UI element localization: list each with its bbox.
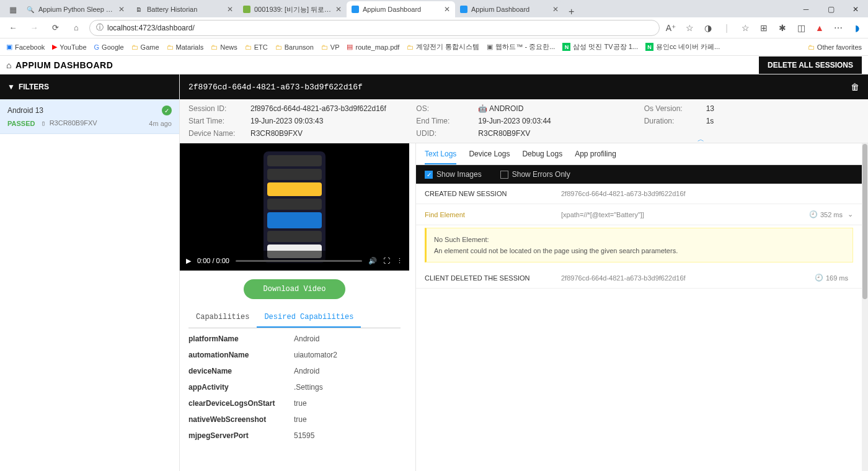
extension-icon[interactable]: ◫	[795, 22, 807, 34]
info-icon: ⓘ	[96, 22, 104, 33]
close-icon[interactable]: ✕	[227, 5, 233, 14]
device-name-small: ▯ R3CR80B9FXV	[41, 119, 97, 127]
android-icon: 🤖	[478, 104, 487, 113]
tab-capabilities[interactable]: Capabilities	[188, 308, 257, 328]
bookmark-materials[interactable]: 🗀Matarials	[167, 43, 204, 51]
delete-all-sessions-button[interactable]: DELETE ALL SESSIONS	[759, 56, 862, 74]
filters-header[interactable]: ▼FILTERS	[0, 74, 179, 99]
address-bar: ← → ⟳ ⌂ ⓘlocalhost:4723/dashboard/ A⁺ ☆ …	[0, 17, 868, 38]
download-video-button[interactable]: Download Video	[244, 279, 346, 299]
video-player[interactable]: ▶ 0:00 / 0:00 🔊 ⛶ ⋮	[180, 143, 409, 271]
tab-icon	[352, 6, 359, 13]
capabilities-tabs: Capabilities Desired Capabilities	[188, 308, 401, 328]
bookmark-12[interactable]: N삼성 멋진 TV공장 1...	[562, 42, 638, 52]
flame-icon[interactable]: ▲	[813, 22, 826, 34]
tab-4[interactable]: Appium Dashboard✕	[455, 1, 564, 17]
tab-title: Appium Dashboard	[363, 6, 440, 13]
main-content: 2f8976cd-664d-4821-a673-b3d9f622d16f 🗑 S…	[180, 74, 868, 471]
tab-title: Appium Python Sleep 10m	[38, 6, 115, 13]
bookmark-pdf[interactable]: ▤route_map.pdf	[347, 43, 399, 51]
maximize-button[interactable]: ▢	[818, 1, 843, 17]
tab-icon	[243, 6, 250, 13]
favorites-bar-icon[interactable]: ☆	[739, 22, 751, 34]
bookmark-google[interactable]: GGoogle	[94, 43, 124, 51]
clock-icon: 🕘	[809, 210, 818, 218]
show-errors-checkbox[interactable]: Show Errors Only	[500, 170, 570, 179]
extensions-icon[interactable]: ✱	[776, 22, 789, 34]
sync-icon[interactable]: ◑	[702, 22, 714, 34]
close-icon[interactable]: ✕	[444, 5, 450, 14]
bookmark-13[interactable]: N용인cc 네이버 카페...	[645, 42, 720, 52]
video-time: 0:00 / 0:00	[197, 257, 229, 264]
error-detail-box: No Such Element: An element could not be…	[425, 228, 853, 262]
collections-icon[interactable]: ⊞	[758, 22, 770, 34]
bookmark-vp[interactable]: 🗀VP	[321, 43, 340, 51]
bookmark-etc[interactable]: 🗀ETC	[245, 43, 268, 51]
new-tab-button[interactable]: +	[564, 6, 579, 17]
window-controls: ─ ▢ ✕	[794, 1, 868, 17]
home-button[interactable]: ⌂	[68, 20, 84, 36]
bookmark-11[interactable]: ▣웹하드™ - 중요한...	[487, 42, 555, 52]
browser-tabs-bar: ▦ 🔍Appium Python Sleep 10m✕ 🗎Battery His…	[0, 0, 868, 17]
url-input[interactable]: ⓘlocalhost:4723/dashboard/	[89, 20, 660, 36]
tab-device-logs[interactable]: Device Logs	[469, 150, 510, 164]
scrollbar[interactable]	[862, 143, 868, 471]
fullscreen-icon[interactable]: ⛶	[383, 257, 390, 264]
bookmarks-bar: ▣Facebook ▶YouTube GGoogle 🗀Game 🗀Matari…	[0, 38, 868, 56]
tab-text-logs[interactable]: Text Logs	[425, 150, 456, 164]
time-ago: 4m ago	[149, 120, 172, 127]
back-button[interactable]: ←	[5, 20, 21, 36]
tab-title: Battery Historian	[147, 6, 223, 13]
bookmark-news[interactable]: 🗀News	[211, 43, 237, 51]
tab-debug-logs[interactable]: Debug Logs	[522, 150, 562, 164]
bookmark-game[interactable]: 🗀Game	[131, 43, 159, 51]
session-header: 2f8976cd-664d-4821-a673-b3d9f622d16f 🗑	[180, 74, 868, 99]
bookmark-10[interactable]: 🗀계양전기 통합시스템	[407, 42, 479, 52]
session-list-item[interactable]: Android 13 ✓ PASSED ▯ R3CR80B9FXV 4m ago	[0, 99, 179, 134]
app-title[interactable]: ⌂APPIUM DASHBOARD	[6, 60, 113, 70]
tab-icon	[460, 6, 467, 13]
refresh-button[interactable]: ⟳	[47, 20, 63, 36]
toolbar-actions: A⁺ ☆ ◑ | ☆ ⊞ ✱ ◫ ▲ ⋯ ◗	[665, 22, 863, 34]
close-icon[interactable]: ✕	[118, 5, 125, 14]
tab-3[interactable]: Appium Dashboard✕	[347, 1, 455, 17]
more-icon[interactable]: ⋮	[396, 257, 403, 265]
minimize-button[interactable]: ─	[794, 1, 818, 17]
tab-desired-capabilities[interactable]: Desired Capabilities	[257, 308, 361, 328]
log-tabs: Text Logs Device Logs Debug Logs App pro…	[416, 143, 868, 165]
chevron-down-icon[interactable]: ⌄	[848, 210, 853, 218]
close-window-button[interactable]: ✕	[843, 1, 868, 17]
other-favorites[interactable]: 🗀Other favorites	[808, 43, 862, 51]
read-aloud-icon[interactable]: A⁺	[665, 22, 677, 34]
close-icon[interactable]: ✕	[552, 5, 559, 14]
play-icon[interactable]: ▶	[186, 257, 191, 265]
show-images-checkbox[interactable]: ✓Show Images	[425, 170, 482, 179]
volume-icon[interactable]: 🔊	[368, 257, 377, 265]
more-icon[interactable]: ⋯	[832, 22, 844, 34]
video-timeline[interactable]	[236, 260, 362, 262]
tab-list-icon[interactable]: ▦	[5, 1, 21, 17]
sidebar: ▼FILTERS Android 13 ✓ PASSED ▯ R3CR80B9F…	[0, 74, 180, 471]
collapse-icon[interactable]: ︿	[698, 135, 704, 144]
check-icon: ✓	[162, 105, 172, 115]
bookmark-youtube[interactable]: ▶YouTube	[52, 43, 86, 51]
log-entry[interactable]: Find Element [xpath=//*[@text="Battery"]…	[416, 204, 862, 225]
tab-icon: 🔍	[26, 5, 35, 14]
trash-icon[interactable]: 🗑	[851, 82, 859, 92]
tab-app-profiling[interactable]: App profiling	[575, 150, 616, 164]
tab-2[interactable]: 0001939: [비기능] 뒤로가기 버튼 ✕	[238, 1, 347, 17]
log-entry[interactable]: CLIENT DELETED THE SESSION 2f8976cd-664d…	[416, 267, 862, 289]
home-icon: ⌂	[6, 60, 12, 70]
forward-button: →	[26, 20, 42, 36]
close-icon[interactable]: ✕	[335, 5, 342, 14]
bookmark-facebook[interactable]: ▣Facebook	[6, 43, 45, 51]
logs-pane: Text Logs Device Logs Debug Logs App pro…	[415, 143, 868, 471]
log-entry[interactable]: CREATED NEW SESSION 2f8976cd-664d-4821-a…	[416, 184, 862, 204]
tab-0[interactable]: 🔍Appium Python Sleep 10m✕	[21, 1, 130, 17]
bookmark-barunson[interactable]: 🗀Barunson	[275, 43, 314, 51]
favorite-icon[interactable]: ☆	[683, 22, 696, 34]
filter-icon: ▼	[7, 83, 15, 91]
copilot-icon[interactable]: ◗	[851, 22, 863, 34]
tab-1[interactable]: 🗎Battery Historian✕	[130, 1, 238, 17]
session-id-title: 2f8976cd-664d-4821-a673-b3d9f622d16f	[188, 83, 363, 92]
